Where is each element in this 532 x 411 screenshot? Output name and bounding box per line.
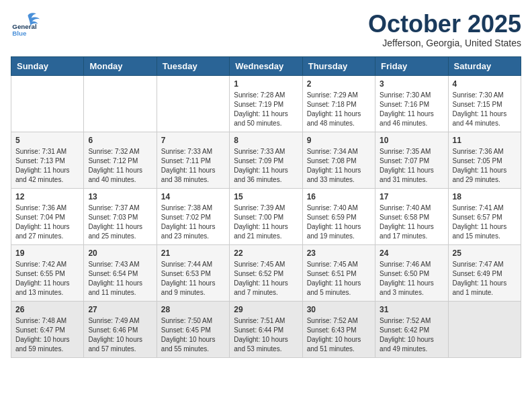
day-number: 17 [380, 192, 443, 201]
day-info: Sunrise: 7:40 AMSunset: 6:58 PMDaylight:… [380, 203, 443, 241]
calendar-cell: 27Sunrise: 7:49 AMSunset: 6:46 PMDayligh… [84, 301, 157, 357]
day-info: Sunrise: 7:40 AMSunset: 6:59 PMDaylight:… [307, 203, 371, 241]
column-header-thursday: Thursday [302, 56, 375, 75]
day-info: Sunrise: 7:28 AMSunset: 7:19 PMDaylight:… [234, 91, 298, 128]
day-number: 24 [380, 248, 443, 258]
day-number: 4 [453, 79, 517, 89]
day-info: Sunrise: 7:39 AMSunset: 7:00 PMDaylight:… [234, 203, 298, 241]
calendar-cell: 15Sunrise: 7:39 AMSunset: 7:00 PMDayligh… [230, 188, 302, 244]
title-section: October 2025 Jefferson, Georgia, United … [368, 11, 521, 48]
day-info: Sunrise: 7:49 AMSunset: 6:46 PMDaylight:… [88, 316, 152, 354]
calendar-cell: 23Sunrise: 7:45 AMSunset: 6:51 PMDayligh… [302, 244, 375, 301]
calendar-cell: 11Sunrise: 7:36 AMSunset: 7:05 PMDayligh… [448, 132, 521, 188]
day-number: 31 [380, 305, 443, 314]
day-info: Sunrise: 7:51 AMSunset: 6:44 PMDaylight:… [234, 316, 298, 354]
location: Jefferson, Georgia, United States [368, 38, 521, 48]
day-info: Sunrise: 7:29 AMSunset: 7:18 PMDaylight:… [307, 91, 371, 128]
calendar-cell [157, 75, 229, 132]
day-number: 2 [307, 79, 371, 89]
calendar-cell [448, 301, 521, 357]
day-info: Sunrise: 7:48 AMSunset: 6:47 PMDaylight:… [15, 316, 79, 354]
logo: General Blue [11, 11, 46, 38]
day-info: Sunrise: 7:46 AMSunset: 6:50 PMDaylight:… [380, 260, 443, 298]
svg-text:Blue: Blue [12, 30, 27, 37]
day-number: 15 [234, 192, 298, 201]
calendar-cell: 25Sunrise: 7:47 AMSunset: 6:49 PMDayligh… [448, 244, 521, 301]
calendar-cell: 28Sunrise: 7:50 AMSunset: 6:45 PMDayligh… [157, 301, 229, 357]
calendar-week-row: 12Sunrise: 7:36 AMSunset: 7:04 PMDayligh… [11, 188, 521, 244]
day-number: 9 [307, 136, 371, 145]
day-number: 20 [88, 248, 152, 258]
calendar-week-row: 5Sunrise: 7:31 AMSunset: 7:13 PMDaylight… [11, 132, 521, 188]
calendar-week-row: 1Sunrise: 7:28 AMSunset: 7:19 PMDaylight… [11, 75, 521, 132]
day-number: 10 [380, 136, 443, 145]
calendar-cell: 7Sunrise: 7:33 AMSunset: 7:11 PMDaylight… [157, 132, 229, 188]
day-info: Sunrise: 7:43 AMSunset: 6:54 PMDaylight:… [88, 260, 152, 298]
calendar-cell: 5Sunrise: 7:31 AMSunset: 7:13 PMDaylight… [11, 132, 84, 188]
calendar-cell: 16Sunrise: 7:40 AMSunset: 6:59 PMDayligh… [302, 188, 375, 244]
day-number: 11 [453, 136, 517, 145]
calendar-cell: 17Sunrise: 7:40 AMSunset: 6:58 PMDayligh… [375, 188, 448, 244]
day-info: Sunrise: 7:41 AMSunset: 6:57 PMDaylight:… [453, 203, 517, 241]
calendar-cell [84, 75, 157, 132]
day-number: 7 [161, 136, 225, 145]
column-header-friday: Friday [375, 56, 448, 75]
calendar-cell: 6Sunrise: 7:32 AMSunset: 7:12 PMDaylight… [84, 132, 157, 188]
calendar-cell: 18Sunrise: 7:41 AMSunset: 6:57 PMDayligh… [448, 188, 521, 244]
column-header-monday: Monday [84, 56, 157, 75]
day-info: Sunrise: 7:52 AMSunset: 6:43 PMDaylight:… [307, 316, 371, 354]
day-number: 14 [161, 192, 225, 201]
column-header-sunday: Sunday [11, 56, 84, 75]
day-info: Sunrise: 7:47 AMSunset: 6:49 PMDaylight:… [453, 260, 517, 298]
day-info: Sunrise: 7:36 AMSunset: 7:05 PMDaylight:… [453, 147, 517, 185]
day-number: 19 [15, 248, 79, 258]
day-number: 27 [88, 305, 152, 314]
calendar-cell: 13Sunrise: 7:37 AMSunset: 7:03 PMDayligh… [84, 188, 157, 244]
day-number: 23 [307, 248, 371, 258]
day-info: Sunrise: 7:32 AMSunset: 7:12 PMDaylight:… [88, 147, 152, 185]
calendar-header-row: SundayMondayTuesdayWednesdayThursdayFrid… [11, 56, 521, 75]
calendar-cell: 31Sunrise: 7:52 AMSunset: 6:42 PMDayligh… [375, 301, 448, 357]
calendar-cell [11, 75, 84, 132]
day-info: Sunrise: 7:50 AMSunset: 6:45 PMDaylight:… [161, 316, 225, 354]
calendar-cell: 30Sunrise: 7:52 AMSunset: 6:43 PMDayligh… [302, 301, 375, 357]
logo-svg: General Blue [11, 11, 44, 38]
day-number: 3 [380, 79, 443, 89]
calendar-cell: 10Sunrise: 7:35 AMSunset: 7:07 PMDayligh… [375, 132, 448, 188]
day-number: 5 [15, 136, 79, 145]
column-header-saturday: Saturday [448, 56, 521, 75]
month-title: October 2025 [368, 11, 521, 38]
day-info: Sunrise: 7:30 AMSunset: 7:16 PMDaylight:… [380, 91, 443, 128]
calendar-cell: 1Sunrise: 7:28 AMSunset: 7:19 PMDaylight… [230, 75, 302, 132]
day-number: 29 [234, 305, 298, 314]
day-info: Sunrise: 7:37 AMSunset: 7:03 PMDaylight:… [88, 203, 152, 241]
day-info: Sunrise: 7:35 AMSunset: 7:07 PMDaylight:… [380, 147, 443, 185]
day-number: 6 [88, 136, 152, 145]
calendar-cell: 4Sunrise: 7:30 AMSunset: 7:15 PMDaylight… [448, 75, 521, 132]
calendar-cell: 26Sunrise: 7:48 AMSunset: 6:47 PMDayligh… [11, 301, 84, 357]
column-header-tuesday: Tuesday [157, 56, 229, 75]
calendar-cell: 12Sunrise: 7:36 AMSunset: 7:04 PMDayligh… [11, 188, 84, 244]
calendar-cell: 20Sunrise: 7:43 AMSunset: 6:54 PMDayligh… [84, 244, 157, 301]
day-number: 22 [234, 248, 298, 258]
calendar-cell: 3Sunrise: 7:30 AMSunset: 7:16 PMDaylight… [375, 75, 448, 132]
day-info: Sunrise: 7:45 AMSunset: 6:52 PMDaylight:… [234, 260, 298, 298]
day-info: Sunrise: 7:33 AMSunset: 7:11 PMDaylight:… [161, 147, 225, 185]
day-number: 13 [88, 192, 152, 201]
column-header-wednesday: Wednesday [230, 56, 302, 75]
calendar-cell: 29Sunrise: 7:51 AMSunset: 6:44 PMDayligh… [230, 301, 302, 357]
day-number: 8 [234, 136, 298, 145]
day-info: Sunrise: 7:45 AMSunset: 6:51 PMDaylight:… [307, 260, 371, 298]
day-info: Sunrise: 7:31 AMSunset: 7:13 PMDaylight:… [15, 147, 79, 185]
day-info: Sunrise: 7:34 AMSunset: 7:08 PMDaylight:… [307, 147, 371, 185]
day-info: Sunrise: 7:36 AMSunset: 7:04 PMDaylight:… [15, 203, 79, 241]
day-number: 28 [161, 305, 225, 314]
day-number: 1 [234, 79, 298, 89]
calendar-cell: 22Sunrise: 7:45 AMSunset: 6:52 PMDayligh… [230, 244, 302, 301]
day-number: 26 [15, 305, 79, 314]
calendar-table: SundayMondayTuesdayWednesdayThursdayFrid… [11, 56, 521, 358]
svg-text:General: General [12, 23, 37, 30]
day-number: 16 [307, 192, 371, 201]
day-info: Sunrise: 7:30 AMSunset: 7:15 PMDaylight:… [453, 91, 517, 128]
day-number: 12 [15, 192, 79, 201]
